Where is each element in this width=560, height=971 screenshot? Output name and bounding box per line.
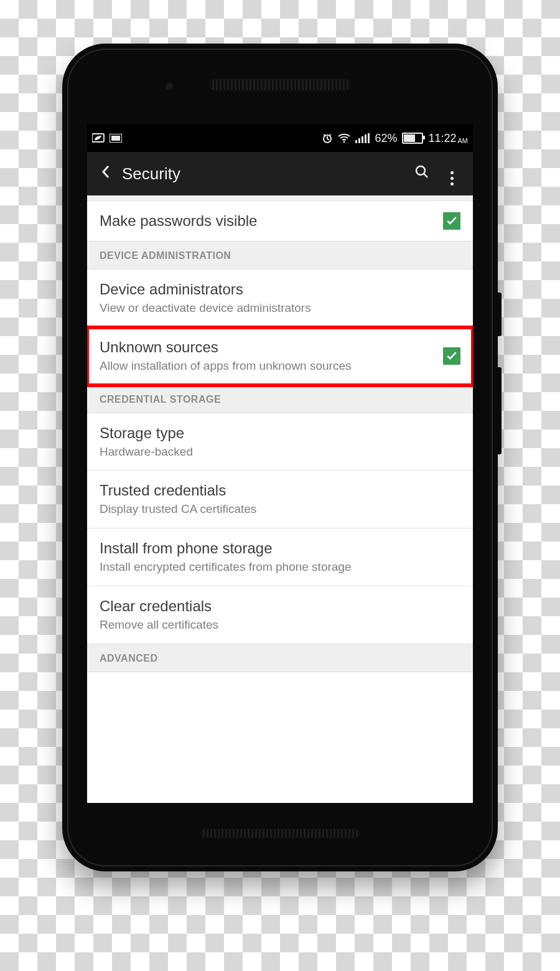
- checkbox-checked-icon[interactable]: [443, 212, 460, 230]
- svg-rect-2: [111, 136, 120, 141]
- overflow-menu-button[interactable]: [437, 162, 467, 186]
- row-subtitle: Hardware-backed: [100, 444, 460, 459]
- alarm-icon: [322, 133, 333, 144]
- screen: 62% 11:22AM Security Make password: [87, 124, 473, 803]
- row-trusted-credentials[interactable]: Trusted credentials Display trusted CA c…: [87, 471, 473, 528]
- wifi-icon: [338, 133, 350, 143]
- svg-point-4: [343, 141, 345, 143]
- section-device-administration: DEVICE ADMINISTRATION: [87, 242, 473, 270]
- earpiece-speaker: [208, 78, 352, 91]
- status-time: 11:22AM: [428, 132, 468, 145]
- row-subtitle: View or deactivate device administrators: [100, 301, 460, 316]
- status-bar[interactable]: 62% 11:22AM: [87, 124, 473, 152]
- settings-list: Make passwords visible DEVICE ADMINISTRA…: [87, 195, 473, 672]
- row-title: Make passwords visible: [100, 212, 433, 230]
- row-subtitle: Remove all certificates: [100, 617, 460, 632]
- row-clear-credentials[interactable]: Clear credentials Remove all certificate…: [87, 586, 473, 644]
- app-bar: Security: [87, 152, 473, 195]
- front-camera: [165, 82, 174, 91]
- row-unknown-sources[interactable]: Unknown sources Allow installation of ap…: [87, 327, 473, 385]
- section-advanced: ADVANCED: [87, 644, 473, 672]
- row-device-administrators[interactable]: Device administrators View or deactivate…: [87, 270, 473, 327]
- clock-time: 11:22: [428, 132, 456, 144]
- row-title: Install from phone storage: [100, 540, 460, 557]
- leaf-icon: [92, 133, 105, 143]
- list-top-divider: [87, 195, 473, 201]
- back-button[interactable]: [93, 164, 118, 184]
- signal-icon: [355, 133, 370, 143]
- row-title: Unknown sources: [100, 339, 433, 356]
- row-title: Clear credentials: [100, 598, 460, 615]
- search-button[interactable]: [407, 164, 437, 183]
- row-storage-type[interactable]: Storage type Hardware-backed: [87, 413, 473, 471]
- window-icon: [110, 134, 122, 143]
- row-title: Trusted credentials: [100, 482, 460, 499]
- row-subtitle: Allow installation of apps from unknown …: [100, 359, 433, 373]
- battery-icon: [402, 133, 423, 144]
- row-subtitle: Install encrypted certificates from phon…: [100, 560, 460, 575]
- row-subtitle: Display trusted CA certificates: [100, 502, 460, 517]
- row-title: Device administrators: [100, 281, 460, 298]
- battery-percent: 62%: [375, 132, 397, 145]
- volume-button: [498, 367, 502, 454]
- page-title: Security: [122, 164, 407, 184]
- section-credential-storage: CREDENTIAL STORAGE: [87, 385, 473, 413]
- row-make-passwords-visible[interactable]: Make passwords visible: [87, 201, 473, 242]
- bottom-speaker: [199, 828, 361, 839]
- phone-frame: 62% 11:22AM Security Make password: [62, 44, 498, 871]
- svg-point-5: [416, 166, 425, 175]
- checkbox-checked-icon[interactable]: [443, 347, 460, 365]
- row-title: Storage type: [100, 425, 460, 442]
- row-install-from-phone-storage[interactable]: Install from phone storage Install encry…: [87, 528, 473, 586]
- power-button: [498, 293, 502, 336]
- more-icon: [450, 171, 454, 185]
- clock-ampm: AM: [458, 137, 469, 144]
